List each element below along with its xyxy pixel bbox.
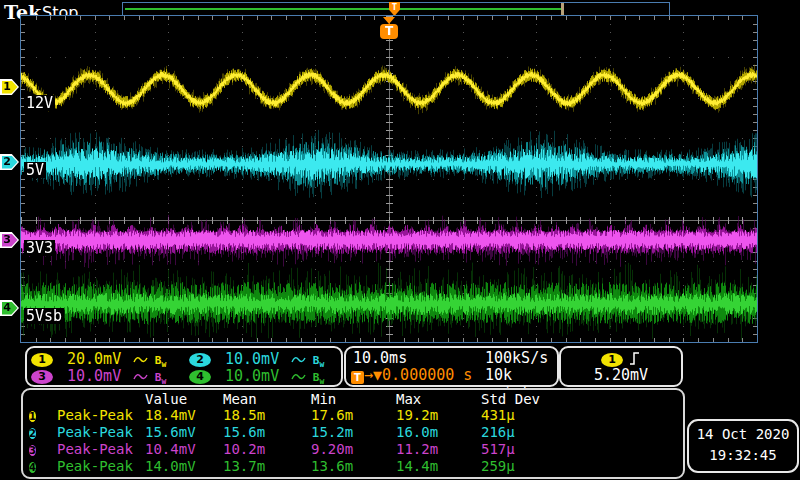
channel1-ref-label: 12V (24, 95, 55, 111)
trigger-arrow-icon (383, 17, 395, 24)
bandwidth-limit-icon: Bw (155, 371, 166, 384)
channel2-position-marker[interactable]: 2 (0, 154, 19, 170)
trigger-t-icon: T (351, 371, 364, 384)
measurements-box: Value Mean Min Max Std Dev 1 Peak-Peak18… (21, 388, 685, 479)
col-stddev: Std Dev (481, 391, 683, 408)
measurement-row-ch2: 2 Peak-Peak15.6mV15.6m15.2m16.0m216µ (23, 424, 683, 441)
time-readout: 19:32:45 (689, 447, 797, 463)
oscilloscope-screen: Tek Stop T T 12V 5V 3V3 5Vsb 1 2 3 4 120… (0, 0, 800, 480)
trigger-readout-box[interactable]: 1 5.20mV (559, 346, 683, 387)
channel2-badge: 2 (189, 353, 211, 367)
waveform-display-area[interactable]: T 12V 5V 3V3 5Vsb (20, 15, 758, 343)
sample-rate-readout: 100kS/s (485, 349, 548, 367)
channel3-badge: 3 (31, 370, 53, 384)
ac-coupling-icon (133, 372, 148, 381)
channel4-readout[interactable]: 410.0mV Bw (189, 366, 324, 383)
record-end-bracket (561, 3, 564, 15)
bandwidth-limit-icon: Bw (313, 371, 324, 384)
trigger-level-readout: 5.20mV (561, 366, 681, 384)
ac-coupling-icon (133, 355, 148, 364)
trigger-position-readout: T→▼0.000000 s (351, 366, 472, 384)
record-view-line (125, 8, 561, 10)
horizontal-readout-box[interactable]: 10.0ms 100kS/s T→▼0.000000 s 10k points (344, 346, 559, 387)
ac-coupling-icon (291, 372, 306, 381)
channel4-position-marker[interactable]: 4 (0, 300, 19, 316)
channel4-badge: 4 (29, 462, 36, 473)
channel-readouts-box[interactable]: 120.0mV Bw 210.0mV Bw 310.0mV Bw 410.0mV… (25, 346, 343, 387)
channel4-badge: 4 (189, 370, 211, 384)
datetime-box: 14 Oct 2020 19:32:45 (687, 419, 799, 473)
measurements-header-row: Value Mean Min Max Std Dev (23, 391, 683, 408)
acquisition-preview-bar[interactable]: T (122, 2, 670, 16)
measurement-row-ch4: 4 Peak-Peak14.0mV13.7m13.6m14.4m259µ (23, 458, 683, 475)
channel2-readout[interactable]: 210.0mV Bw (189, 349, 324, 366)
trigger-t-icon: T (380, 24, 398, 39)
channel2-ref-label: 5V (24, 162, 46, 178)
channel1-readout[interactable]: 120.0mV Bw (31, 349, 166, 366)
trigger-time-marker[interactable]: T (380, 17, 398, 39)
trigger-source-badge: 1 (601, 353, 623, 367)
col-mean: Mean (223, 391, 311, 408)
ac-coupling-icon (291, 355, 306, 364)
col-value: Value (145, 391, 223, 408)
channel1-badge: 1 (31, 353, 53, 367)
channel3-readout[interactable]: 310.0mV Bw (31, 366, 166, 383)
channel3-ref-label: 3V3 (24, 240, 55, 256)
channel1-position-marker[interactable]: 1 (0, 79, 19, 95)
waveform-canvas[interactable] (21, 16, 757, 342)
timebase-readout: 10.0ms (353, 349, 407, 367)
channel3-badge: 3 (29, 445, 36, 456)
channel2-badge: 2 (29, 428, 36, 439)
channel3-position-marker[interactable]: 3 (0, 232, 19, 248)
measurement-row-ch1: 1 Peak-Peak18.4mV18.5m17.6m19.2m431µ (23, 407, 683, 424)
measurement-row-ch3: 3 Peak-Peak10.4mV10.2m9.20m11.2m517µ (23, 441, 683, 458)
date-readout: 14 Oct 2020 (689, 426, 797, 442)
rising-edge-icon (629, 351, 641, 366)
trigger-t-glyph: T (392, 2, 397, 12)
trigger-position-flag[interactable]: T (389, 2, 400, 16)
arrow-marker-icon: →▼ (364, 366, 382, 384)
channel4-ref-label: 5Vsb (24, 308, 64, 324)
col-max: Max (396, 391, 481, 408)
col-min: Min (311, 391, 396, 408)
channel1-badge: 1 (29, 411, 36, 422)
